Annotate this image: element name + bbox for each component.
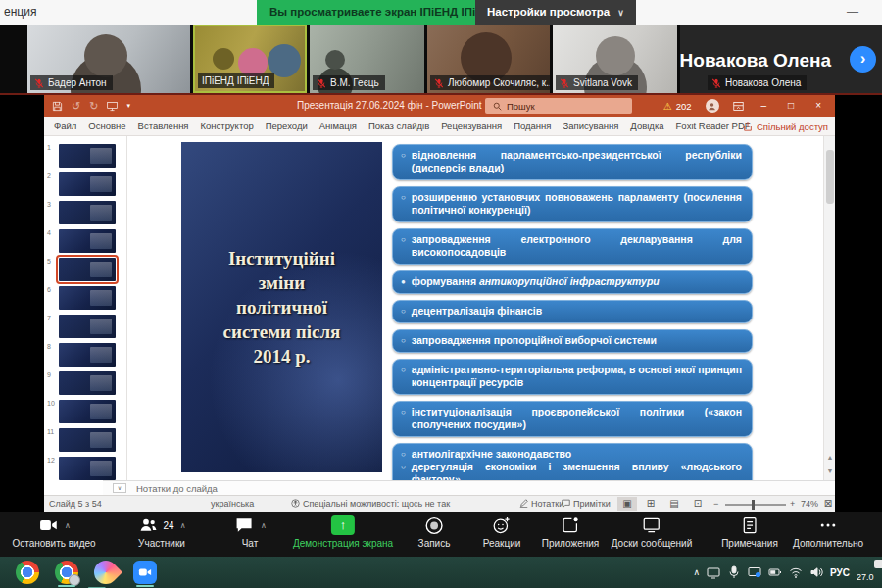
account-avatar[interactable] [706,99,719,113]
chrome-icon[interactable] [16,561,39,584]
wifi-icon[interactable] [789,565,803,579]
paint-icon[interactable] [89,556,122,588]
view-settings-button[interactable]: Настройки просмотра∨ [475,0,636,24]
slide-thumbnail-8[interactable]: 8 [44,341,126,369]
ribbon-tab-переходи[interactable]: Переходи [260,117,314,136]
ribbon-tab-вставлення[interactable]: Вставлення [132,117,195,136]
thumbnail-number: 4 [47,229,51,236]
window-restore-icon[interactable]: □ [784,95,798,117]
participant-tile[interactable]: Любомир Скочиляс, к... [427,24,550,93]
share-button[interactable]: Спільний доступ [743,117,828,136]
speaker-icon[interactable] [809,565,823,579]
record-button[interactable]: Запись [418,514,451,549]
slide-thumbnail-1[interactable]: 1 [44,142,126,171]
whiteboard-button[interactable]: Доски сообщений [612,514,693,549]
microphone-icon[interactable] [727,565,741,579]
slide-thumbnail-11[interactable]: 11 [44,426,126,455]
minimize-icon[interactable]: — [847,0,858,24]
running-indicator [136,585,154,587]
slide-thumbnail-7[interactable]: 7 [44,313,126,341]
ribbon-tab-анімація[interactable]: Анімація [314,117,363,136]
language-switcher[interactable]: РУС [830,567,850,578]
ribbon-tab-файл[interactable]: Файл [48,117,82,136]
next-slide-icon[interactable]: ▼ [824,465,836,478]
slide-sorter-view-icon[interactable]: ⊞ [641,497,661,511]
notes-toggle-label: Нотатки [531,499,564,509]
participant-tile[interactable]: Бадер Антон [27,24,190,93]
participants-button[interactable]: 24∧Участники [138,514,186,549]
slide-thumbnail-2[interactable]: 2 [44,171,126,199]
participant-silhouette [84,34,127,77]
zoom-slider[interactable] [725,504,786,506]
next-participants-page-button[interactable]: › [850,46,876,73]
fit-to-window-icon[interactable]: ⊠ [818,497,838,511]
participant-name: ІПіЕНД ІПіЕНД [202,75,269,86]
normal-view-icon[interactable]: ▣ [617,497,637,511]
more-button[interactable]: Дополнительно [793,514,863,549]
slide-thumbnail-9[interactable]: 9 [44,369,126,398]
bullet-icon: ○ [401,406,406,418]
zoom-out-icon[interactable]: − [713,496,718,512]
hidden-icons-chevron[interactable]: ∧ [693,567,700,577]
start-presentation-icon[interactable] [107,101,118,112]
chevron-up-icon[interactable]: ∧ [261,521,267,530]
slide-thumbnail-3[interactable]: 3 [44,199,126,227]
reading-view-icon[interactable]: ▤ [664,497,684,511]
search-input[interactable]: Пошук [485,98,632,114]
zoom-percentage[interactable]: 74% [801,496,818,512]
video-camera-button[interactable]: ∧Остановить видео [12,514,95,549]
scrollbar-thumb[interactable] [826,150,834,204]
taskbar-clock[interactable]: 27.0 [857,572,882,582]
thumbnail-image [59,172,116,196]
participant-name: В.М. Геєць [330,77,379,88]
ribbon-tab-рецензування[interactable]: Рецензування [435,117,508,136]
chevron-up-icon[interactable]: ∧ [180,521,186,530]
customize-qat-icon[interactable]: ▾ [126,102,130,110]
zoom-slider-thumb[interactable] [752,500,755,510]
slideshow-view-icon[interactable]: ⊡ [688,497,708,511]
zoom-in-icon[interactable]: + [790,496,795,512]
slide-thumbnail-12[interactable]: 12 [44,455,126,480]
accessibility-status[interactable]: Спеціальні можливості: щось не так [291,496,450,512]
apps-button[interactable]: Приложения [542,514,600,549]
slide-thumbnail-6[interactable]: 6 [44,284,126,313]
toolbar-button-label: Участники [138,538,185,549]
comments-toggle-button[interactable]: Примітки [562,496,611,512]
vertical-scrollbar[interactable]: ▲ ▼ [823,136,835,480]
ribbon-tab-основне[interactable]: Основне [82,117,131,136]
zoom-app-icon[interactable] [133,561,157,584]
language-indicator[interactable]: українська [211,496,254,512]
participant-tile[interactable]: ІПіЕНД ІПіЕНД [193,24,307,93]
participant-tile[interactable]: Svitlana Vovk [553,24,677,93]
window-minimize-icon[interactable]: – [758,95,771,117]
slide-thumbnail-4[interactable]: 4 [44,227,126,256]
undo-icon[interactable]: ↺ [72,101,80,112]
warning-icon[interactable]: ⚠202 [663,101,692,112]
slide-thumbnail-5[interactable]: 5 [44,256,126,284]
window-close-icon[interactable]: × [811,95,825,117]
slide-thumbnail-10[interactable]: 10 [44,398,126,426]
ribbon-tab-конструктор[interactable]: Конструктор [195,117,260,136]
participant-tile[interactable]: В.М. Геєць [310,24,424,93]
redo-icon[interactable]: ↻ [89,101,98,112]
screen-share-button[interactable]: ↑Демонстрация экрана [293,514,393,549]
accessibility-icon [291,499,300,508]
chat-bubble-button[interactable]: ∧Чат [233,514,267,549]
battery-icon[interactable] [768,565,782,579]
previous-slide-icon[interactable]: ▲ [824,451,836,465]
screen-share-status-icon[interactable] [748,565,761,579]
cast-screen-icon[interactable] [707,565,720,579]
ribbon-tab-довідка[interactable]: Довідка [624,117,669,136]
ribbon-display-options-icon[interactable] [733,101,744,112]
active-speaker-name: Новакова Олена [680,50,831,72]
reactions-button[interactable]: Реакции [483,514,521,549]
notes-collapse-icon[interactable]: ∨ [113,483,126,493]
chrome-profile-icon[interactable] [55,561,78,584]
ribbon-tab-подання[interactable]: Подання [508,117,557,136]
chevron-up-icon[interactable]: ∧ [65,521,71,530]
ribbon-tab-показ-слайдів[interactable]: Показ слайдів [363,117,435,136]
notes-toggle-button[interactable]: Нотатки [519,496,564,512]
annotations-button[interactable]: Примечания [721,514,778,549]
save-icon[interactable] [52,101,63,112]
ribbon-tab-записування[interactable]: Записування [558,117,625,136]
